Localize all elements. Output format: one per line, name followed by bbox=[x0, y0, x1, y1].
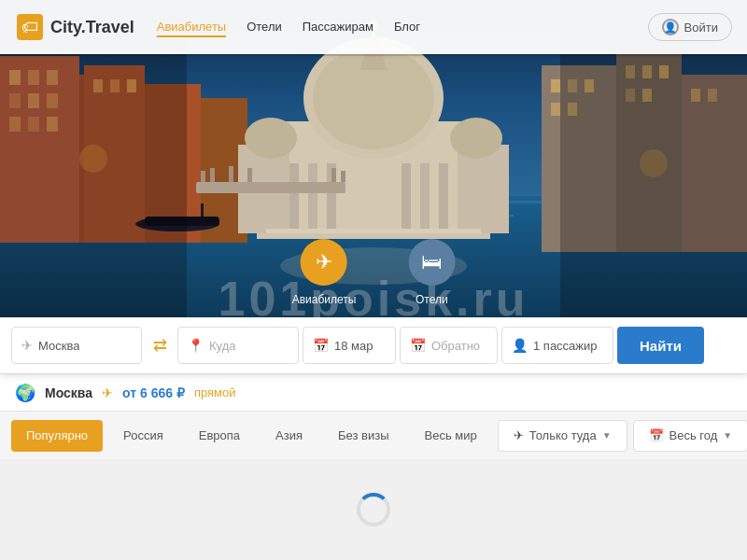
swap-button[interactable]: ⇄ bbox=[146, 331, 174, 359]
svg-point-45 bbox=[245, 118, 297, 159]
find-button[interactable]: Найти bbox=[617, 327, 704, 364]
from-icon: ✈ bbox=[21, 338, 33, 353]
period-icon: 📅 bbox=[649, 428, 664, 442]
nav-flights[interactable]: Авиабилеты bbox=[157, 18, 226, 37]
return-field[interactable]: 📅 Обратно bbox=[400, 327, 498, 364]
flight-icon: ✈ bbox=[102, 385, 113, 400]
nav-blog[interactable]: Блог bbox=[394, 18, 420, 37]
filter-period-label: Весь год bbox=[669, 428, 718, 442]
filter-period[interactable]: 📅 Весь год ▼ bbox=[633, 420, 747, 452]
filter-popular[interactable]: Популярно bbox=[11, 420, 103, 452]
hero-tabs: ✈ Авиабилеты 🛏 Отели bbox=[266, 230, 482, 317]
from-value: Москва bbox=[38, 339, 79, 353]
nav-hotels[interactable]: Отели bbox=[247, 18, 282, 37]
svg-rect-51 bbox=[420, 163, 430, 233]
hotel-tab-label: Отели bbox=[416, 293, 448, 306]
svg-rect-50 bbox=[402, 163, 411, 233]
svg-rect-52 bbox=[439, 163, 448, 233]
passengers-value: 1 пассажир bbox=[533, 339, 598, 353]
filter-no-visa[interactable]: Без визы bbox=[323, 420, 404, 452]
bottom-area bbox=[0, 459, 747, 560]
flight-tab-icon: ✈ bbox=[301, 239, 347, 286]
featured-city: Москва bbox=[45, 385, 92, 400]
svg-rect-56 bbox=[196, 182, 345, 193]
direction-arrow: ▼ bbox=[602, 430, 612, 441]
logo-icon: 🏷 bbox=[15, 12, 45, 42]
svg-rect-57 bbox=[201, 171, 205, 182]
main-nav: Авиабилеты Отели Пассажирам Блог bbox=[157, 18, 648, 37]
svg-rect-62 bbox=[341, 171, 345, 182]
svg-rect-40 bbox=[458, 145, 509, 233]
direction-icon: ✈ bbox=[514, 428, 524, 442]
date-field[interactable]: 📅 18 мар bbox=[303, 327, 396, 364]
nav-passengers[interactable]: Пассажирам bbox=[303, 18, 374, 37]
to-field[interactable]: 📍 Куда bbox=[177, 327, 299, 364]
filter-direction[interactable]: ✈ Только туда ▼ bbox=[498, 420, 627, 452]
return-calendar-icon: 📅 bbox=[410, 338, 426, 353]
svg-rect-61 bbox=[331, 168, 336, 182]
featured-price: от 6 666 ₽ bbox=[122, 385, 185, 400]
featured-destination: 🌍 Москва ✈ от 6 666 ₽ прямой bbox=[0, 373, 747, 411]
to-icon: 📍 bbox=[188, 338, 204, 353]
hotel-tab[interactable]: 🛏 Отели bbox=[382, 230, 481, 317]
svg-rect-26 bbox=[551, 79, 560, 92]
filter-europe[interactable]: Европа bbox=[184, 420, 255, 452]
filter-bar: Популярно Россия Европа Азия Без визы Ве… bbox=[0, 411, 747, 459]
flight-tab[interactable]: ✈ Авиабилеты bbox=[266, 230, 383, 317]
calendar-icon: 📅 bbox=[313, 338, 329, 353]
period-arrow: ▼ bbox=[723, 430, 732, 441]
filter-direction-label: Только туда bbox=[529, 428, 597, 442]
filter-russia[interactable]: Россия bbox=[108, 420, 178, 452]
date-value: 18 мар bbox=[334, 339, 373, 353]
from-field[interactable]: ✈ Москва bbox=[11, 327, 142, 364]
header: 🏷 City.Travel Авиабилеты Отели Пассажира… bbox=[0, 0, 747, 54]
login-icon: 👤 bbox=[662, 19, 679, 35]
svg-rect-47 bbox=[289, 163, 299, 233]
passenger-icon: 👤 bbox=[512, 338, 528, 353]
to-value: Куда bbox=[209, 339, 235, 353]
login-button[interactable]: 👤 Войти bbox=[648, 13, 732, 41]
svg-rect-59 bbox=[229, 166, 233, 182]
svg-rect-58 bbox=[210, 168, 215, 182]
passengers-field[interactable]: 👤 1 пассажир bbox=[501, 327, 613, 364]
filter-world[interactable]: Весь мир bbox=[410, 420, 492, 452]
destination-icon: 🌍 bbox=[15, 383, 35, 403]
featured-type: прямой bbox=[194, 385, 236, 399]
login-label: Войти bbox=[684, 21, 718, 35]
flight-tab-label: Авиабилеты bbox=[292, 293, 357, 306]
return-value: Обратно bbox=[431, 339, 480, 353]
svg-rect-29 bbox=[551, 103, 560, 116]
svg-rect-48 bbox=[308, 163, 317, 233]
svg-rect-60 bbox=[247, 168, 252, 182]
hotel-tab-icon: 🛏 bbox=[408, 239, 455, 286]
logo-text: City.Travel bbox=[50, 18, 134, 37]
logo[interactable]: 🏷 City.Travel bbox=[15, 12, 134, 42]
svg-text:🏷: 🏷 bbox=[21, 18, 38, 36]
filter-asia[interactable]: Азия bbox=[261, 420, 317, 452]
svg-point-46 bbox=[450, 118, 502, 159]
loading-spinner bbox=[357, 493, 390, 526]
search-bar: ✈ Москва ⇄ 📍 Куда 📅 18 мар 📅 Обратно 👤 1… bbox=[0, 317, 747, 373]
